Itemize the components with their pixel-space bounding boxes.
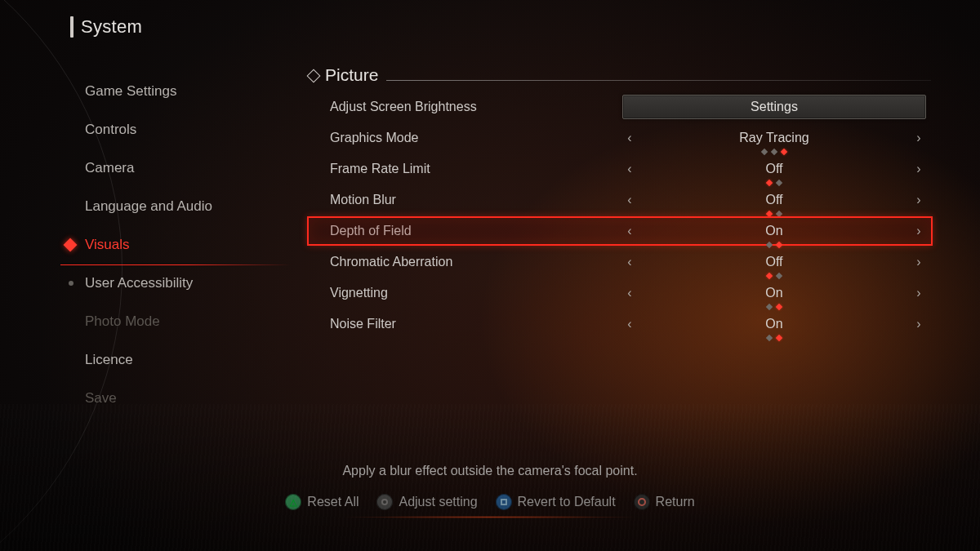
setting-value-area: ‹On› — [617, 216, 931, 247]
sidebar-item-label: Visuals — [85, 237, 130, 253]
setting-label: Chromatic Aberration — [330, 255, 617, 269]
bullet-icon — [69, 281, 74, 286]
sidebar-item-label: Photo Mode — [85, 313, 160, 330]
chevron-right-icon[interactable]: › — [911, 255, 926, 269]
chevron-right-icon[interactable]: › — [911, 224, 926, 238]
chevron-left-icon[interactable]: ‹ — [622, 317, 637, 331]
setting-row-depth-of-field[interactable]: Depth of Field‹On› — [330, 216, 931, 247]
setting-value-area: ‹On› — [617, 309, 931, 340]
setting-label: Graphics Mode — [330, 131, 617, 145]
pip-icon — [766, 335, 773, 341]
page-title: System — [81, 16, 142, 38]
stick-button-icon — [376, 494, 393, 510]
hint-adjust-label: Adjust setting — [399, 495, 477, 509]
setting-row-frame-rate-limit[interactable]: Frame Rate Limit‹Off› — [330, 153, 931, 184]
option-pips — [617, 335, 931, 340]
hint-revert-default: Revert to Default — [496, 494, 616, 510]
hint-return-label: Return — [656, 495, 695, 509]
setting-value: Ray Tracing — [637, 131, 911, 144]
chevron-right-icon[interactable]: › — [911, 317, 926, 331]
setting-value-area: ‹Off› — [617, 247, 931, 278]
setting-row-chromatic-aberration[interactable]: Chromatic Aberration‹Off› — [330, 247, 931, 278]
square-button-icon — [496, 494, 512, 510]
diamond-icon — [64, 238, 78, 251]
setting-value-area: ‹Off› — [617, 184, 931, 216]
chevron-left-icon[interactable]: ‹ — [622, 286, 637, 300]
sidebar: Game SettingsControlsCameraLanguage and … — [65, 72, 286, 417]
setting-label: Depth of Field — [330, 224, 617, 238]
sidebar-item-camera[interactable]: Camera — [65, 149, 286, 187]
chevron-left-icon[interactable]: ‹ — [622, 193, 637, 207]
sidebar-item-user-accessibility[interactable]: User Accessibility — [65, 264, 286, 302]
setting-value-area: ‹On› — [617, 278, 931, 309]
settings-button[interactable]: Settings — [622, 95, 926, 119]
setting-value: Off — [637, 193, 911, 207]
setting-label: Vignetting — [330, 286, 617, 300]
sidebar-item-game-settings[interactable]: Game Settings — [65, 72, 286, 110]
setting-label: Motion Blur — [330, 193, 617, 207]
sidebar-item-language-and-audio[interactable]: Language and Audio — [65, 187, 286, 225]
settings-rows: Adjust Screen BrightnessSettingsGraphics… — [330, 91, 931, 340]
sidebar-item-licence[interactable]: Licence — [65, 340, 286, 379]
sidebar-item-save[interactable]: Save — [65, 379, 286, 417]
sidebar-item-label: Licence — [85, 352, 133, 368]
section-divider — [386, 80, 931, 81]
setting-row-adjust-screen-brightness[interactable]: Adjust Screen BrightnessSettings — [330, 91, 931, 122]
chevron-right-icon[interactable]: › — [911, 286, 926, 300]
setting-row-motion-blur[interactable]: Motion Blur‹Off› — [330, 184, 931, 216]
section-header: Picture — [309, 65, 931, 85]
setting-value: Off — [637, 162, 911, 176]
sidebar-item-label: Controls — [85, 122, 136, 138]
sidebar-item-label: Language and Audio — [85, 198, 212, 215]
sidebar-item-label: User Accessibility — [85, 275, 193, 291]
pip-icon — [776, 335, 782, 341]
chevron-left-icon[interactable]: ‹ — [622, 255, 637, 269]
setting-label: Adjust Screen Brightness — [330, 100, 617, 114]
circle-button-icon — [634, 494, 650, 510]
setting-value-area: ‹Off› — [617, 153, 931, 184]
chevron-right-icon[interactable]: › — [911, 131, 926, 145]
setting-label: Noise Filter — [330, 317, 617, 331]
setting-label: Frame Rate Limit — [330, 162, 617, 176]
hint-return: Return — [634, 494, 695, 510]
sidebar-item-photo-mode[interactable]: Photo Mode — [65, 302, 286, 340]
main-panel: Picture Adjust Screen BrightnessSettings… — [309, 65, 931, 340]
setting-row-vignetting[interactable]: Vignetting‹On› — [330, 278, 931, 309]
hint-adjust-setting: Adjust setting — [376, 494, 477, 510]
button-hints: △ Reset All Adjust setting Revert to Def… — [0, 494, 980, 510]
chevron-left-icon[interactable]: ‹ — [622, 162, 637, 176]
setting-value-area: Settings — [617, 91, 931, 122]
diamond-icon — [307, 69, 321, 83]
sidebar-item-label: Save — [85, 390, 117, 407]
chevron-right-icon[interactable]: › — [911, 193, 926, 207]
setting-row-noise-filter[interactable]: Noise Filter‹On› — [330, 309, 931, 340]
setting-value-area: ‹Ray Tracing› — [617, 122, 931, 153]
setting-value: On — [637, 318, 911, 331]
setting-description: Apply a blur effect outside the camera's… — [0, 464, 980, 478]
setting-row-graphics-mode[interactable]: Graphics Mode‹Ray Tracing› — [330, 122, 931, 153]
chevron-left-icon[interactable]: ‹ — [622, 131, 637, 145]
chevron-right-icon[interactable]: › — [911, 162, 926, 176]
hint-revert-label: Revert to Default — [518, 495, 616, 509]
triangle-button-icon: △ — [285, 494, 301, 510]
sidebar-item-label: Camera — [85, 160, 134, 176]
header-accent-bar — [70, 16, 74, 38]
sidebar-item-visuals[interactable]: Visuals — [65, 225, 286, 264]
setting-value: On — [637, 224, 911, 238]
page-header: System — [70, 16, 142, 38]
hint-reset-all: △ Reset All — [285, 494, 359, 510]
chevron-left-icon[interactable]: ‹ — [622, 224, 637, 238]
sidebar-item-controls[interactable]: Controls — [65, 110, 286, 149]
hint-reset-label: Reset All — [307, 495, 359, 509]
setting-value: Off — [637, 256, 911, 269]
sidebar-item-label: Game Settings — [85, 83, 176, 100]
section-title: Picture — [325, 65, 378, 85]
setting-value: On — [637, 287, 911, 300]
